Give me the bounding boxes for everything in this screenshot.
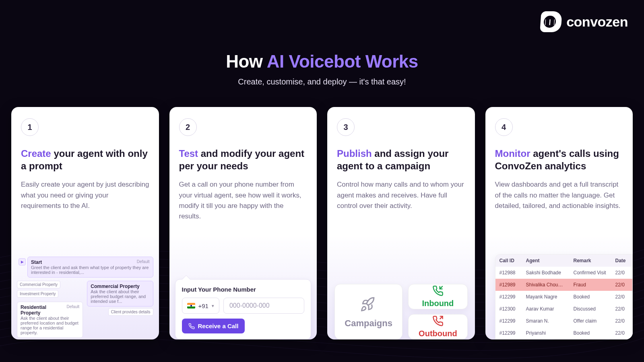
- table-row[interactable]: #12299PriyanshiBooked22/0: [495, 327, 633, 339]
- table-row[interactable]: #12300Aarav KumarDiscussed22/0: [495, 303, 633, 315]
- step-card-publish: 3 Publish and assign your agent to a cam…: [327, 107, 475, 339]
- step-number: 2: [179, 118, 197, 136]
- step-title: Publish and assign your agent to a campa…: [337, 147, 465, 172]
- table-row[interactable]: #12988Sakshi BodhadeConfirmed Visit22/0: [495, 267, 633, 279]
- country-code-select[interactable]: +91 ▾: [182, 298, 219, 314]
- flag-india-icon: [187, 303, 195, 309]
- receive-call-button[interactable]: Receive a Call: [182, 319, 245, 333]
- step-number: 4: [495, 118, 513, 136]
- brand-name: convozen: [566, 14, 628, 30]
- step-card-create: 1 Create your agent with only a prompt E…: [11, 107, 159, 339]
- step-body: Control how many calls and to whom your …: [337, 179, 465, 211]
- brand-logo: ❘❙❘ convozen: [541, 11, 628, 32]
- brand-logomark: ❘❙❘: [540, 11, 562, 32]
- chevron-down-icon: ▾: [212, 303, 214, 309]
- rocket-icon: [360, 295, 378, 313]
- step-title: Monitor agent's calls using ConvoZen ana…: [495, 147, 623, 172]
- steps-row: 1 Create your agent with only a prompt E…: [11, 107, 633, 339]
- phone-incoming-icon: [432, 285, 444, 296]
- table-row[interactable]: #12299Smaran N.Offer claim22/0: [495, 315, 633, 327]
- step-body: View dashboards and get a full transcrip…: [495, 179, 623, 211]
- table-row[interactable]: #12299Mayank NagreBooked22/0: [495, 291, 633, 303]
- phone-illustration: Input Your Phone Number +91 ▾ 000-0000-0…: [169, 279, 317, 339]
- step-title: Create your agent with only a prompt: [21, 147, 149, 172]
- step-card-monitor: 4 Monitor agent's calls using ConvoZen a…: [485, 107, 633, 339]
- play-icon: ▶: [19, 258, 26, 265]
- step-title: Test and modify your agent per your need…: [179, 147, 308, 172]
- outbound-tile[interactable]: Outbound: [408, 314, 467, 339]
- step-number: 3: [337, 118, 355, 136]
- step-number: 1: [21, 118, 39, 136]
- flow-illustration: ▶ StartDefault Greet the client and ask …: [11, 255, 159, 339]
- phone-icon: [188, 323, 195, 329]
- table-row[interactable]: #12989Shivalika Choudh..Fraud22/0: [495, 279, 633, 291]
- step-body: Get a call on your phone number from you…: [179, 179, 308, 222]
- step-body: Easily create your agent by just describ…: [21, 179, 149, 211]
- step-card-test: 2 Test and modify your agent per your ne…: [169, 107, 317, 339]
- phone-input[interactable]: 000-0000-000: [223, 298, 304, 314]
- inbound-tile[interactable]: Inbound: [408, 284, 467, 309]
- campaigns-illustration: Campaigns Inbound Outbound: [327, 284, 475, 339]
- table-illustration: Call ID Agent Remark Date #12988Sakshi B…: [485, 254, 633, 339]
- page-subtitle: Create, customise, and deploy — it's tha…: [0, 77, 644, 86]
- campaigns-tile[interactable]: Campaigns: [334, 284, 402, 339]
- phone-label: Input Your Phone Number: [182, 286, 305, 293]
- table-header: Call ID Agent Remark Date: [495, 255, 633, 267]
- phone-outgoing-icon: [432, 315, 444, 327]
- page-title: How AI Voicebot Works: [0, 51, 644, 72]
